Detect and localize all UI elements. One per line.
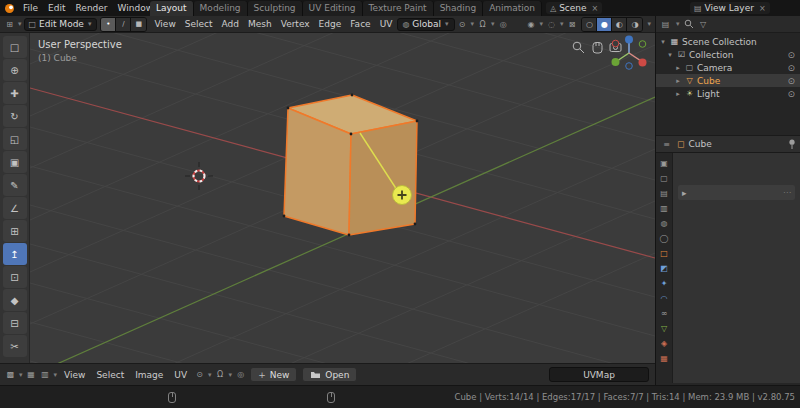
menu-file[interactable]: File (18, 0, 43, 16)
tab-layout[interactable]: Layout (150, 1, 194, 16)
shading-solid-button[interactable]: ● (597, 18, 612, 31)
outliner-item-light[interactable]: ▸ ☀ Light ⊙ (656, 87, 800, 100)
tab-view-layer-icon[interactable]: ▥ (658, 202, 671, 214)
tool-extrude-region[interactable]: ↥ (3, 243, 27, 265)
collection-checkbox-icon[interactable]: ☑ (676, 50, 687, 59)
orientation-selector[interactable]: ◍ Global ▾ (397, 18, 454, 31)
open-image-button[interactable]: Open (302, 367, 357, 382)
editor-type-uv-icon[interactable]: ▩ (4, 368, 17, 381)
filter-funnel-icon[interactable]: ▽ (697, 18, 710, 31)
shading-material-button[interactable]: ◐ (612, 18, 627, 31)
tab-object-data-icon[interactable]: ▽ (658, 322, 671, 334)
editor-type-dropdown-icon[interactable]: ▾ (18, 20, 22, 28)
proportional-edit-icon[interactable]: ◎ (497, 18, 510, 31)
tool-inset-faces[interactable]: ⊡ (3, 266, 27, 288)
menu-uv[interactable]: UV (376, 16, 397, 33)
menu-face[interactable]: Face (346, 16, 374, 33)
tab-particles-icon[interactable]: ✦ (658, 277, 671, 289)
uv-menu-image[interactable]: Image (130, 364, 168, 386)
uv-menu-uv[interactable]: UV (169, 364, 192, 386)
uv-pivot-dropdown-icon[interactable]: ▾ (208, 371, 212, 379)
snap-magnet-icon[interactable]: Ω (476, 18, 489, 31)
outliner-item-collection[interactable]: ▾ ☑ Collection ⊙ (656, 48, 800, 61)
blender-logo-icon[interactable] (0, 3, 18, 14)
tab-uv-editing[interactable]: UV Editing (303, 1, 363, 16)
disclosure-open-icon[interactable]: ▾ (666, 51, 674, 59)
outliner-editor-dropdown-icon[interactable]: ▾ (676, 20, 680, 28)
tool-rotate[interactable]: ↻ (3, 105, 27, 127)
menu-edit[interactable]: Edit (43, 0, 70, 16)
overlays-dropdown-icon[interactable]: ▾ (560, 20, 564, 28)
tab-shading[interactable]: Shading (434, 1, 484, 16)
tab-physics-icon[interactable]: ◠ (658, 292, 671, 304)
menu-mesh[interactable]: Mesh (244, 16, 276, 33)
menu-edge[interactable]: Edge (315, 16, 346, 33)
uv-snap-magnet-icon[interactable]: Ω (214, 368, 227, 381)
tool-select-box[interactable]: □ (3, 36, 27, 58)
tab-sculpting[interactable]: Sculpting (248, 1, 303, 16)
pivot-point-icon[interactable]: ⊙ (456, 18, 469, 31)
snap-dropdown-icon[interactable]: ▾ (491, 20, 495, 28)
collapsed-panel-header[interactable]: ▸ ⋯ (678, 185, 795, 200)
tool-cursor[interactable]: ⊕ (3, 59, 27, 81)
tab-world-icon[interactable]: ◯ (658, 232, 671, 244)
tool-scale[interactable]: ◱ (3, 128, 27, 150)
menu-select[interactable]: Select (181, 16, 217, 33)
tab-modeling[interactable]: Modeling (194, 1, 248, 16)
mode-dropdown-icon[interactable]: ▾ (54, 371, 58, 379)
outliner-scene-collection[interactable]: ▾ ▦ Scene Collection (656, 35, 800, 48)
tab-tool-icon[interactable]: ▣ (658, 157, 671, 169)
tool-transform[interactable]: ▣ (3, 151, 27, 173)
visibility-eye-icon[interactable]: ⊙ (787, 76, 797, 86)
editor-type-3d-icon[interactable]: ⊞ (3, 18, 16, 31)
menu-render[interactable]: Render (71, 0, 113, 16)
scene-selector[interactable]: ◬ Scene × (546, 2, 602, 14)
tab-constraints-icon[interactable]: ∞ (658, 307, 671, 319)
tab-texture-icon[interactable]: ▦ (658, 352, 671, 364)
pin-icon[interactable] (788, 139, 796, 150)
uv-pivot-icon[interactable]: ⊙ (193, 368, 206, 381)
uv-snap-dropdown-icon[interactable]: ▾ (229, 371, 233, 379)
visibility-eye-icon[interactable]: ⊙ (787, 63, 797, 73)
new-image-button[interactable]: + New (250, 367, 297, 382)
uv-editor-dropdown-icon[interactable]: ▾ (19, 371, 23, 379)
tool-bevel[interactable]: ◆ (3, 289, 27, 311)
shading-rendered-button[interactable]: ◑ (627, 18, 642, 31)
tool-move[interactable]: ✚ (3, 82, 27, 104)
pivot-dropdown-icon[interactable]: ▾ (471, 20, 475, 28)
tab-modifiers-icon[interactable]: ◩ (658, 262, 671, 274)
disclosure-open-icon[interactable]: ▾ (659, 38, 667, 46)
tool-annotate[interactable]: ✎ (3, 174, 27, 196)
visibility-eye-icon[interactable]: ⊙ (787, 89, 797, 99)
tool-loop-cut[interactable]: ⊟ (3, 312, 27, 334)
tool-knife[interactable]: ✂ (3, 335, 27, 357)
disclosure-closed-icon[interactable]: ▸ (674, 90, 682, 98)
mode-selector[interactable]: □ Edit Mode ▾ (24, 18, 98, 31)
uv-proportional-icon[interactable]: ◎ (234, 368, 247, 381)
outliner-item-camera[interactable]: ▸ ▢ Camera ⊙ (656, 61, 800, 74)
uv-menu-view[interactable]: View (59, 364, 90, 386)
outliner-item-cube[interactable]: ▸ ▽ Cube ⊙ (656, 74, 800, 87)
tab-scene-icon[interactable]: ◍ (658, 217, 671, 229)
edge-select-button[interactable]: / (116, 18, 131, 31)
tab-material-icon[interactable]: ◈ (658, 337, 671, 349)
uv-map-field[interactable]: UVMap (549, 367, 649, 382)
view-layer-close-icon[interactable]: × (759, 4, 766, 13)
visibility-eye-icon[interactable]: ⊙ (787, 50, 797, 60)
tab-texture-paint[interactable]: Texture Paint (363, 1, 434, 16)
tool-add-cube[interactable]: ⊞ (3, 220, 27, 242)
menu-vertex[interactable]: Vertex (277, 16, 314, 33)
uv-mode-icon[interactable]: ▥ (39, 368, 52, 381)
gizmo-toggle-icon[interactable]: ◉ (524, 18, 537, 31)
shading-dropdown-icon[interactable]: ▾ (647, 20, 651, 28)
menu-add[interactable]: Add (218, 16, 243, 33)
vertex-select-button[interactable]: • (101, 18, 116, 31)
gizmo-dropdown-icon[interactable]: ▾ (539, 20, 543, 28)
disclosure-closed-icon[interactable]: ▸ (674, 64, 682, 72)
editor-type-properties-icon[interactable]: ≡ (660, 138, 673, 151)
scene-close-icon[interactable]: × (592, 4, 599, 13)
view-layer-selector[interactable]: ▤ View Layer × (690, 2, 770, 14)
tab-object-icon[interactable]: □ (658, 247, 671, 259)
menu-view[interactable]: View (150, 16, 179, 33)
tab-render-icon[interactable]: ▢ (658, 172, 671, 184)
